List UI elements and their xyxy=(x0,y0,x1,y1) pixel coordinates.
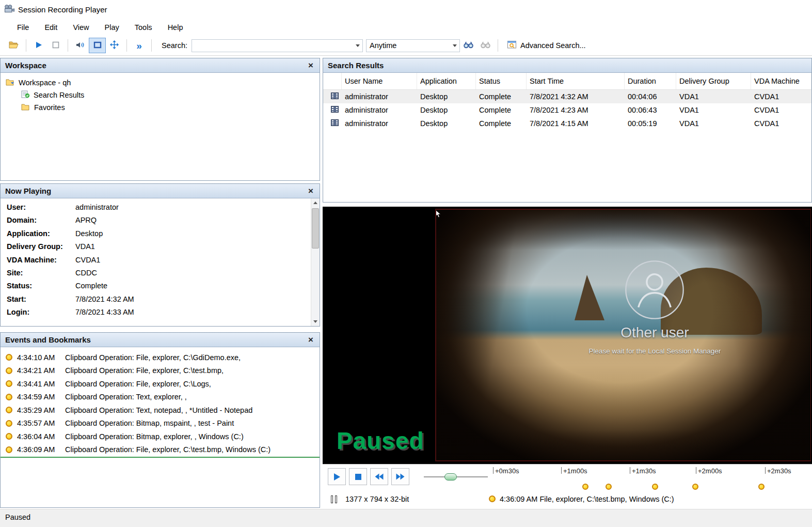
move-arrows-icon xyxy=(110,40,119,51)
menu-tools[interactable]: Tools xyxy=(127,20,160,35)
pan-button[interactable] xyxy=(106,38,123,53)
search-down-button[interactable] xyxy=(460,38,477,53)
toolbar-separator xyxy=(126,39,127,52)
event-item[interactable]: 4:36:09 AMClipboard Operation: File, exp… xyxy=(1,443,320,457)
toolbar-separator xyxy=(26,39,26,52)
scrollbar-thumb[interactable] xyxy=(312,208,319,249)
time-filter-combobox[interactable]: Anytime xyxy=(366,39,460,52)
speed-slider[interactable] xyxy=(424,471,488,483)
pause-state-icon xyxy=(331,495,337,503)
table-row[interactable]: administrator Desktop Complete 7/8/2021 … xyxy=(323,117,811,130)
search-dropdown-arrow-icon[interactable] xyxy=(353,40,362,52)
tree-item-favorites[interactable]: Favorites xyxy=(6,101,320,114)
event-item[interactable]: 4:35:57 AMClipboard Operation: Bitmap, m… xyxy=(1,417,320,430)
event-icon xyxy=(6,433,12,440)
player-controls: +0m30s +1m00s +1m30s +2m00s +2m30s 1377 … xyxy=(323,464,812,508)
time-filter-dropdown-arrow-icon[interactable] xyxy=(450,40,459,52)
player-rewind-button[interactable] xyxy=(370,468,388,485)
event-item[interactable]: 4:35:29 AMClipboard Operation: Text, not… xyxy=(1,404,320,417)
cell-user-name: administrator xyxy=(342,119,417,128)
field-row: Status:Complete xyxy=(7,282,320,295)
player-play-button[interactable] xyxy=(328,468,346,485)
menu-view[interactable]: View xyxy=(65,20,97,35)
toolbar-play-button[interactable] xyxy=(30,38,47,53)
now-playing-scrollbar[interactable] xyxy=(311,198,320,326)
timeline-mark: +2m00s xyxy=(696,467,722,475)
mouse-cursor-icon xyxy=(435,210,442,220)
cell-status: Complete xyxy=(476,106,527,114)
workspace-root-node[interactable]: Workspace - qh xyxy=(6,76,320,89)
menu-play[interactable]: Play xyxy=(97,20,127,35)
field-row: Domain:APRQ xyxy=(7,216,320,229)
current-event-icon xyxy=(489,495,496,502)
event-item[interactable]: 4:34:59 AMClipboard Operation: Text, exp… xyxy=(1,391,320,404)
open-file-button[interactable] xyxy=(5,38,22,53)
column-status[interactable]: Status xyxy=(476,73,527,89)
event-item[interactable]: 4:34:21 AMClipboard Operation: File, exp… xyxy=(1,364,320,378)
event-icon xyxy=(6,367,12,374)
now-playing-panel: Now Playing × User:administrator Domain:… xyxy=(0,183,320,327)
search-input[interactable] xyxy=(195,40,353,52)
cell-delivery-group: VDA1 xyxy=(676,92,751,101)
fit-screen-button[interactable] xyxy=(89,38,106,53)
close-icon[interactable]: × xyxy=(307,335,315,344)
window-title: Session Recording Player xyxy=(18,5,107,14)
player-fastforward-button[interactable] xyxy=(391,468,409,485)
cell-duration: 00:05:19 xyxy=(625,119,676,128)
event-marker[interactable] xyxy=(606,484,612,490)
event-marker[interactable] xyxy=(692,484,698,490)
close-icon[interactable]: × xyxy=(307,187,315,195)
column-delivery-group[interactable]: Delivery Group xyxy=(676,73,751,89)
player-stop-button[interactable] xyxy=(349,468,367,485)
more-tools-button[interactable]: » xyxy=(131,38,148,53)
recording-icon xyxy=(331,106,339,113)
folder-open-icon xyxy=(9,41,19,50)
slider-handle[interactable] xyxy=(444,473,457,481)
audio-button[interactable] xyxy=(72,38,89,53)
search-combobox[interactable] xyxy=(192,39,363,52)
column-vda-machine[interactable]: VDA Machine xyxy=(751,73,811,89)
scroll-up-icon[interactable] xyxy=(311,198,320,207)
event-item[interactable]: 4:34:41 AMClipboard Operation: File, exp… xyxy=(1,377,320,391)
other-user-label[interactable]: Other user xyxy=(546,324,763,341)
table-row[interactable]: administrator Desktop Complete 7/8/2021 … xyxy=(323,103,811,117)
now-playing-panel-title: Now Playing xyxy=(5,187,51,195)
event-icon xyxy=(6,354,12,361)
player-viewport[interactable]: Other user Please wait for the Local Ses… xyxy=(323,207,812,464)
event-item[interactable]: 4:34:10 AMClipboard Operation: File, exp… xyxy=(1,351,320,364)
toolbar-separator xyxy=(68,39,68,52)
search-label: Search: xyxy=(162,41,187,50)
event-item[interactable]: 4:36:04 AMClipboard Operation: Bitmap, e… xyxy=(1,430,320,443)
column-start-time[interactable]: Start Time xyxy=(527,73,625,89)
workspace-panel-title: Workspace xyxy=(5,61,46,70)
events-panel-header: Events and Bookmarks × xyxy=(1,333,320,347)
binoculars-icon xyxy=(464,41,473,50)
timeline-mark: +0m30s xyxy=(493,467,519,475)
event-marker[interactable] xyxy=(582,484,588,490)
advanced-search-label: Advanced Search... xyxy=(520,41,586,50)
tree-item-search-results[interactable]: Search Results xyxy=(6,89,320,101)
menu-help[interactable]: Help xyxy=(160,20,191,35)
time-filter-value: Anytime xyxy=(370,41,450,50)
event-marker[interactable] xyxy=(652,484,658,490)
column-duration[interactable]: Duration xyxy=(625,73,676,89)
menu-file[interactable]: File xyxy=(9,20,37,35)
now-playing-content: User:administrator Domain:APRQ Applicati… xyxy=(1,198,320,326)
toolbar: » Search: Anytime xyxy=(0,36,812,56)
advanced-search-button[interactable]: Advanced Search... xyxy=(502,38,592,53)
event-marker[interactable] xyxy=(758,484,765,490)
column-application[interactable]: Application xyxy=(417,73,476,89)
toolbar-frame-button[interactable] xyxy=(47,38,64,53)
paused-overlay: Paused xyxy=(337,427,424,455)
menu-edit[interactable]: Edit xyxy=(37,20,65,35)
search-up-button[interactable] xyxy=(477,38,494,53)
column-icon xyxy=(323,73,342,89)
event-icon xyxy=(6,446,12,453)
scroll-down-icon[interactable] xyxy=(311,317,320,326)
cell-start-time: 7/8/2021 4:32 AM xyxy=(527,92,625,101)
column-user-name[interactable]: User Name xyxy=(342,73,417,89)
event-icon xyxy=(6,380,12,387)
close-icon[interactable]: × xyxy=(307,61,315,70)
table-row[interactable]: administrator Desktop Complete 7/8/2021 … xyxy=(323,90,811,103)
field-row: VDA Machine:CVDA1 xyxy=(7,256,320,269)
